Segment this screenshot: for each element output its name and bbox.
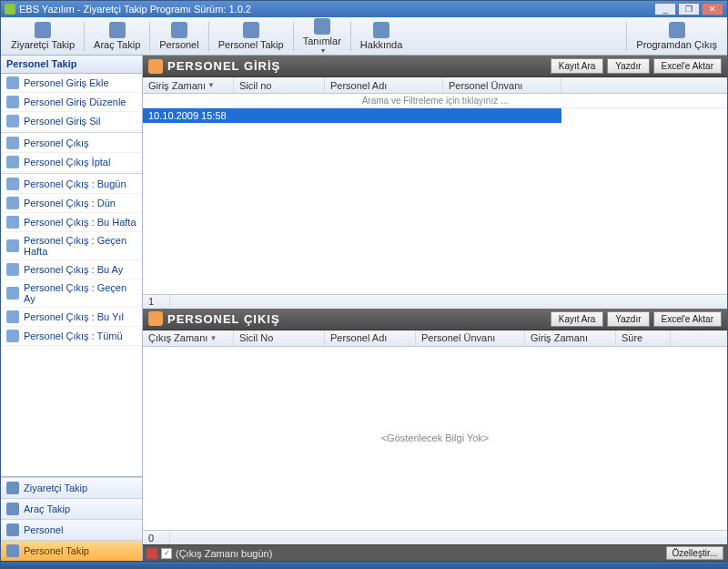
- sidebar-list: Personel Giriş Ekle Personel Giriş Düzen…: [1, 74, 142, 476]
- main-toolbar: Ziyaretçi Takip Araç Takip Personel Pers…: [1, 17, 727, 56]
- delete-icon: [6, 115, 19, 127]
- nav-ziyaretci-takip[interactable]: Ziyaretçi Takip: [1, 477, 142, 498]
- cell-giris-zamani: 10.10.2009 15:58: [143, 109, 234, 122]
- col-cikis-giris-zamani[interactable]: Giriş Zamanı: [525, 330, 616, 346]
- nav-arac-takip[interactable]: Araç Takip: [1, 498, 142, 519]
- col-cikis-zamani[interactable]: Çıkış Zamanı▼: [143, 330, 234, 346]
- giris-grid-footer: 1: [143, 294, 727, 309]
- exit-person-icon: [6, 137, 19, 149]
- calendar-icon: [6, 263, 19, 276]
- col-personel-unvani[interactable]: Personel Ünvanı: [443, 77, 561, 93]
- toolbar-personel[interactable]: Personel: [153, 19, 205, 53]
- sidebar-item-giris-ekle[interactable]: Personel Giriş Ekle: [1, 74, 142, 93]
- giris-count: 1: [143, 295, 170, 308]
- titlebar: EBS Yazılım - Ziyaretçi Takip Programı S…: [1, 1, 727, 17]
- minimize-button[interactable]: _: [654, 3, 676, 15]
- sidebar-item-giris-duzenle[interactable]: Personel Giriş Düzenle: [1, 93, 142, 112]
- personnel-track-icon: [243, 22, 259, 38]
- filter-remove-icon[interactable]: [147, 548, 157, 559]
- os-taskbar: [1, 561, 727, 568]
- giris-grid-header: Giriş Zamanı▼ Sicil no Personel Adı Pers…: [143, 77, 727, 94]
- calendar-icon: [6, 197, 19, 209]
- cikis-grid-footer: 0: [143, 530, 727, 544]
- giris-row-selected[interactable]: 10.10.2009 15:58: [143, 108, 561, 123]
- sidebar-item-cikis-iptal[interactable]: Personel Çıkış İptal: [1, 153, 142, 172]
- panel-cikis-title: PERSONEL ÇIKIŞ: [167, 312, 280, 326]
- cikis-grid-body[interactable]: <Gösterilecek Bilgi Yok>: [143, 347, 727, 531]
- toolbar-hakkinda[interactable]: Hakkında: [354, 19, 409, 53]
- personnel-in-icon: [148, 59, 163, 74]
- col-sicil-no[interactable]: Sicil no: [234, 77, 325, 93]
- giris-excel-button[interactable]: Excel'e Aktar: [653, 58, 723, 74]
- maximize-button[interactable]: ❐: [678, 3, 700, 15]
- cancel-icon: [6, 156, 19, 168]
- edit-icon: [6, 96, 19, 108]
- col-giris-zamani[interactable]: Giriş Zamanı▼: [143, 77, 234, 93]
- sort-desc-icon: ▼: [209, 334, 217, 342]
- calendar-icon: [6, 216, 19, 229]
- app-window: EBS Yazılım - Ziyaretçi Takip Programı S…: [0, 0, 728, 569]
- cikis-count: 0: [143, 532, 170, 544]
- filter-text: (Çıkış Zamanı bugün): [176, 548, 272, 559]
- calendar-icon: [6, 239, 19, 252]
- giris-grid-body[interactable]: 10.10.2009 15:58: [143, 108, 727, 294]
- calendar-icon: [6, 178, 19, 190]
- sidebar-nav: Ziyaretçi Takip Araç Takip Personel Pers…: [1, 476, 142, 561]
- person-icon: [6, 523, 19, 536]
- cikis-grid-header: Çıkış Zamanı▼ Sicil No Personel Adı Pers…: [143, 330, 727, 347]
- col-personel-adi[interactable]: Personel Adı: [325, 77, 443, 93]
- close-button[interactable]: ✕: [702, 3, 723, 15]
- sidebar-item-cikis-dun[interactable]: Personel Çıkış : Dün: [1, 194, 142, 213]
- window-title: EBS Yazılım - Ziyaretçi Takip Programı S…: [19, 4, 251, 15]
- col-cikis-personel-unvani[interactable]: Personel Ünvanı: [416, 330, 525, 346]
- chevron-down-icon: ▾: [321, 46, 325, 55]
- col-cikis-personel-adi[interactable]: Personel Adı: [325, 330, 416, 346]
- calendar-icon: [6, 330, 19, 342]
- col-cikis-sure[interactable]: Süre: [616, 330, 671, 346]
- sidebar: Personel Takip Personel Giriş Ekle Perso…: [1, 56, 143, 561]
- sidebar-item-cikis-bugun[interactable]: Personel Çıkış : Bugün: [1, 175, 142, 194]
- toolbar-ziyaretci-takip[interactable]: Ziyaretçi Takip: [5, 19, 81, 53]
- giris-yazdir-button[interactable]: Yazdır: [607, 58, 649, 74]
- sidebar-item-cikis-buyil[interactable]: Personel Çıkış : Bu Yıl: [1, 308, 142, 327]
- cikis-yazdir-button[interactable]: Yazdır: [607, 311, 649, 327]
- toolbar-arac-takip[interactable]: Araç Takip: [87, 19, 147, 53]
- toolbar-cikis[interactable]: Programdan Çıkış: [630, 19, 723, 53]
- filter-checkbox[interactable]: ✓: [161, 548, 172, 559]
- col-cikis-sicil-no[interactable]: Sicil No: [234, 330, 325, 346]
- nav-personel[interactable]: Personel: [1, 519, 142, 540]
- sidebar-item-cikis-tumu[interactable]: Personel Çıkış : Tümü: [1, 327, 142, 346]
- panel-giris: PERSONEL GİRİŞ Kayıt Ara Yazdır Excel'e …: [143, 56, 727, 309]
- app-icon: [5, 4, 15, 15]
- cikis-empty-message: <Gösterilecek Bilgi Yok>: [143, 432, 727, 443]
- personnel-out-icon: [148, 311, 163, 326]
- cikis-status-bar: ✓ (Çıkış Zamanı bugün) Özelleştir...: [143, 544, 727, 561]
- sidebar-item-cikis-buhafta[interactable]: Personel Çıkış : Bu Hafta: [1, 213, 142, 232]
- calendar-icon: [6, 287, 19, 300]
- sidebar-header: Personel Takip: [1, 56, 142, 74]
- personnel-track-icon: [6, 544, 19, 557]
- panel-giris-header: PERSONEL GİRİŞ Kayıt Ara Yazdır Excel'e …: [143, 56, 727, 77]
- customize-button[interactable]: Özelleştir...: [666, 546, 723, 560]
- toolbar-tanimlar[interactable]: Tanımlar▾: [297, 15, 348, 57]
- giris-kayit-ara-button[interactable]: Kayıt Ara: [551, 58, 604, 74]
- panel-cikis-header: PERSONEL ÇIKIŞ Kayıt Ara Yazdır Excel'e …: [143, 309, 727, 330]
- vehicle-icon: [6, 503, 19, 515]
- sidebar-item-giris-sil[interactable]: Personel Giriş Sil: [1, 112, 142, 131]
- visitor-icon: [35, 22, 51, 38]
- person-icon: [171, 22, 187, 38]
- sidebar-item-cikis[interactable]: Personel Çıkış: [1, 134, 142, 153]
- cikis-excel-button[interactable]: Excel'e Aktar: [653, 311, 723, 327]
- cikis-kayit-ara-button[interactable]: Kayıt Ara: [551, 311, 604, 327]
- sidebar-item-cikis-gecenhafta[interactable]: Personel Çıkış : Geçen Hafta: [1, 232, 142, 260]
- about-icon: [373, 22, 389, 38]
- add-icon: [6, 76, 19, 89]
- toolbar-personel-takip[interactable]: Personel Takip: [212, 19, 290, 53]
- nav-personel-takip[interactable]: Personel Takip: [1, 540, 142, 561]
- panel-cikis: PERSONEL ÇIKIŞ Kayıt Ara Yazdır Excel'e …: [143, 309, 727, 562]
- giris-filter-row[interactable]: Arama ve Filtreleme için tıklayınız ...: [143, 94, 727, 108]
- sidebar-item-cikis-gecenay[interactable]: Personel Çıkış : Geçen Ay: [1, 279, 142, 308]
- sidebar-item-cikis-buay[interactable]: Personel Çıkış : Bu Ay: [1, 260, 142, 279]
- sort-desc-icon: ▼: [207, 81, 215, 89]
- vehicle-icon: [109, 22, 126, 38]
